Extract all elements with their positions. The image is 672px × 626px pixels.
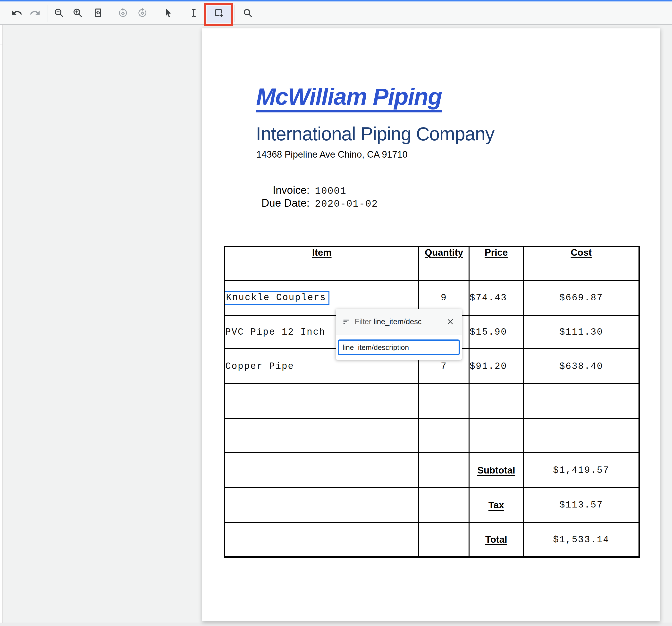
header-price: Price: [469, 246, 523, 281]
tax-value: $113.57: [523, 488, 639, 522]
fit-to-width-icon: [93, 7, 104, 19]
cell-price: $74.43: [469, 281, 523, 315]
cell-price: $15.90: [469, 315, 523, 349]
close-icon: [447, 318, 454, 326]
text-cursor-icon: [188, 7, 199, 19]
zoom-in-button[interactable]: [71, 6, 85, 20]
invoice-number-label: Invoice:: [239, 184, 310, 196]
zoom-in-icon: [72, 7, 83, 19]
left-panel-edge: [0, 25, 3, 623]
table-header-row: Item Quantity Price Cost: [224, 246, 639, 281]
toolbar-divider: [111, 5, 111, 22]
cell-cost: [523, 418, 639, 453]
cell-quantity: [419, 418, 469, 453]
total-row: Total $1,533.14: [224, 522, 639, 557]
undo-icon: [11, 7, 23, 19]
toolbar-divider: [234, 5, 235, 22]
text-select-button[interactable]: [187, 6, 201, 20]
header-quantity: Quantity: [419, 246, 469, 281]
cell-empty: [224, 488, 419, 522]
rotate-counterclockwise-button[interactable]: [116, 6, 130, 20]
cell-empty: [419, 522, 469, 557]
toolbar: [0, 1, 672, 25]
rotate-clockwise-button[interactable]: [136, 6, 149, 20]
company-address: 14368 Pipeline Ave Chino, CA 91710: [256, 149, 408, 160]
filter-popup-header: Filter line_item/desc: [336, 309, 462, 335]
header-item: Item: [224, 246, 419, 281]
table-row: [224, 384, 639, 418]
cell-item: [224, 384, 419, 418]
filter-icon: [342, 318, 350, 326]
subtotal-label: Subtotal: [469, 453, 523, 488]
table-row: [224, 418, 639, 453]
rotate-clockwise-icon: [137, 7, 148, 19]
company-title: McWilliam Piping: [256, 84, 442, 113]
redo-icon: [29, 7, 41, 19]
zoom-out-button[interactable]: [52, 6, 66, 20]
cell-empty: [224, 522, 419, 557]
undo-button[interactable]: [10, 6, 24, 20]
company-subtitle: International Piping Company: [256, 124, 494, 144]
cell-price: $91.20: [469, 349, 523, 384]
entity-text: Knuckle Couplers: [226, 292, 326, 303]
due-date-label: Due Date:: [239, 197, 310, 209]
rotate-counterclockwise-icon: [117, 7, 128, 19]
close-button[interactable]: [445, 317, 455, 327]
redo-button[interactable]: [28, 6, 42, 20]
cell-empty: [419, 488, 469, 522]
cursor-arrow-icon: [163, 7, 174, 19]
filter-input[interactable]: [338, 339, 460, 355]
cell-item: [224, 418, 419, 453]
filter-popup-title: Filter line_item/desc: [355, 317, 422, 326]
cell-cost: [523, 384, 639, 418]
due-date-value: 2020-01-02: [315, 198, 378, 211]
cell-price: [469, 384, 523, 418]
invoice-number-row: Invoice: 10001: [239, 184, 346, 196]
search-icon: [242, 7, 253, 19]
red-highlight-rectangle: [204, 3, 233, 26]
filter-popup: Filter line_item/desc: [336, 309, 462, 360]
total-value: $1,533.14: [523, 522, 639, 557]
cell-cost: $111.30: [523, 315, 639, 349]
toolbar-divider: [5, 5, 5, 22]
cell-quantity: [419, 384, 469, 418]
cell-cost: $638.40: [523, 349, 639, 384]
cell-empty: [224, 453, 419, 488]
canvas-bottom-strip: [0, 623, 672, 626]
zoom-out-icon: [53, 7, 65, 19]
cell-price: [469, 418, 523, 453]
fit-to-width-button[interactable]: [91, 6, 105, 20]
top-accent-strip: [0, 0, 672, 1]
total-label: Total: [469, 522, 523, 557]
invoice-number-value: 10001: [315, 185, 346, 198]
header-cost: Cost: [523, 246, 639, 281]
tax-label: Tax: [469, 488, 523, 522]
search-button[interactable]: [241, 6, 255, 20]
line-items-table: Item Quantity Price Cost Knuckle Coupler…: [224, 246, 640, 558]
filter-label: Filter: [355, 317, 371, 326]
subtotal-value: $1,419.57: [523, 453, 639, 488]
filter-field-name: line_item/desc: [374, 317, 422, 326]
subtotal-row: Subtotal $1,419.57: [224, 453, 639, 488]
cell-cost: $669.87: [523, 281, 639, 315]
tax-row: Tax $113.57: [224, 488, 639, 522]
cell-empty: [419, 453, 469, 488]
due-date-row: Due Date: 2020-01-02: [239, 197, 378, 209]
entity-bounding-box[interactable]: Knuckle Couplers: [224, 291, 330, 305]
select-cursor-button[interactable]: [161, 6, 175, 20]
